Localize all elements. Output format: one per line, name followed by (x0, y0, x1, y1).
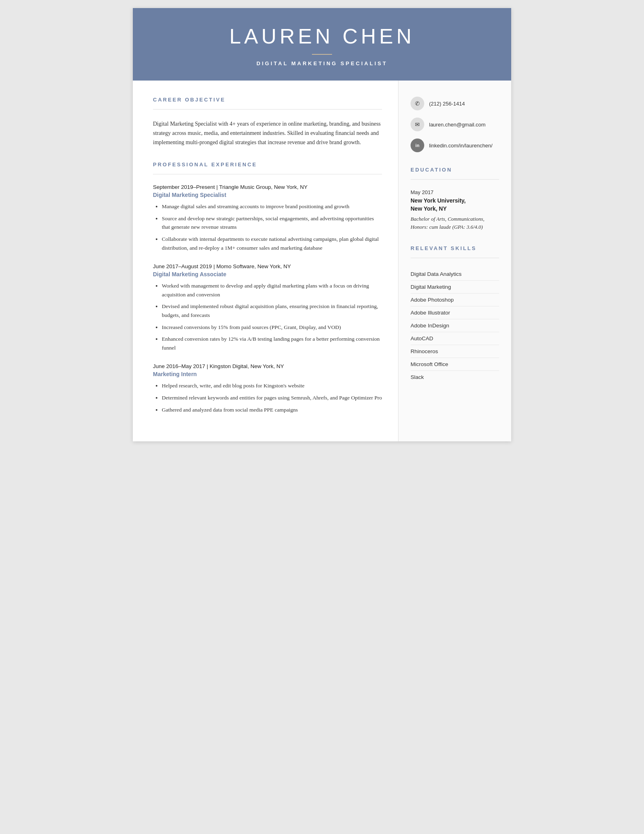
job-bullet: Worked with management to develop and ap… (162, 281, 382, 299)
contact-email: ✉ lauren.chen@gmail.com (411, 118, 499, 131)
job-entry-2: June 2017–August 2019 | Momo Software, N… (153, 263, 382, 352)
education-section: EDUCATION May 2017 New York University,N… (411, 167, 499, 231)
section-divider (411, 258, 499, 258)
resume-header: LAUREN CHEN DIGITAL MARKETING SPECIALIST (133, 8, 511, 81)
job-bullet: Collaborate with internal departments to… (162, 235, 382, 252)
skill-item: Adobe InDesign (411, 319, 499, 332)
job-bullet: Determined relevant keywords and entitie… (162, 393, 382, 402)
job-bullets-2: Worked with management to develop and ap… (153, 281, 382, 352)
edu-school: New York University,New York, NY (411, 197, 499, 213)
skill-item: Slack (411, 371, 499, 383)
contact-section: ✆ (212) 256-1414 ✉ lauren.chen@gmail.com… (411, 97, 499, 152)
career-objective-section: CAREER OBJECTIVE Digital Marketing Speci… (153, 97, 382, 147)
resume-document: LAUREN CHEN DIGITAL MARKETING SPECIALIST… (133, 8, 511, 441)
linkedin-icon: in (411, 139, 424, 152)
job-header-2: June 2017–August 2019 | Momo Software, N… (153, 263, 382, 269)
candidate-name: LAUREN CHEN (157, 24, 487, 48)
email-icon: ✉ (411, 118, 424, 131)
job-bullets-1: Manage digital sales and streaming accou… (153, 202, 382, 252)
career-objective-title: CAREER OBJECTIVE (153, 97, 382, 103)
edu-date: May 2017 (411, 189, 499, 195)
job-bullet: Increased conversions by 15% from paid s… (162, 323, 382, 332)
skill-item: Digital Marketing (411, 281, 499, 294)
section-divider (153, 174, 382, 174)
email-text: lauren.chen@gmail.com (429, 122, 485, 128)
experience-title: PROFESSIONAL EXPERIENCE (153, 161, 382, 168)
phone-icon: ✆ (411, 97, 424, 110)
job-title-2: Digital Marketing Associate (153, 271, 382, 277)
job-bullet: Source and develop new strategic partner… (162, 214, 382, 232)
job-bullets-3: Helped research, write, and edit blog po… (153, 381, 382, 414)
job-title-3: Marketing Intern (153, 371, 382, 377)
right-column: ✆ (212) 256-1414 ✉ lauren.chen@gmail.com… (398, 81, 511, 441)
career-objective-text: Digital Marketing Specialist with 4+ yea… (153, 119, 382, 147)
job-bullet: Helped research, write, and edit blog po… (162, 381, 382, 390)
education-title: EDUCATION (411, 167, 499, 173)
candidate-title: DIGITAL MARKETING SPECIALIST (157, 60, 487, 66)
section-divider (411, 179, 499, 180)
skill-item: Digital Data Analytics (411, 268, 499, 281)
phone-text: (212) 256-1414 (429, 101, 465, 107)
job-bullet: Manage digital sales and streaming accou… (162, 202, 382, 211)
skill-item: Adobe Photoshop (411, 294, 499, 306)
job-bullet: Devised and implemented robust digital a… (162, 302, 382, 319)
section-divider (153, 109, 382, 110)
job-header-1: September 2019–Present | Triangle Music … (153, 184, 382, 190)
edu-degree: Bachelor of Arts, Communications,Honors:… (411, 215, 499, 231)
skill-item: AutoCAD (411, 332, 499, 345)
skills-title: RELEVANT SKILLS (411, 245, 499, 251)
skills-section: RELEVANT SKILLS Digital Data Analytics D… (411, 245, 499, 383)
resume-body: CAREER OBJECTIVE Digital Marketing Speci… (133, 81, 511, 441)
header-divider (312, 54, 332, 55)
job-entry-1: September 2019–Present | Triangle Music … (153, 184, 382, 252)
job-entry-3: June 2016–May 2017 | Kingston Digital, N… (153, 363, 382, 414)
contact-phone: ✆ (212) 256-1414 (411, 97, 499, 110)
contact-linkedin: in linkedin.com/in/laurenchen/ (411, 139, 499, 152)
skill-item: Adobe Illustrator (411, 306, 499, 319)
skill-item: Rhinoceros (411, 345, 499, 358)
skill-item: Microsoft Office (411, 358, 499, 371)
left-column: CAREER OBJECTIVE Digital Marketing Speci… (133, 81, 398, 441)
job-bullet: Enhanced conversion rates by 12% via A/B… (162, 335, 382, 352)
job-title-1: Digital Marketing Specialist (153, 192, 382, 198)
job-bullet: Gathered and analyzed data from social m… (162, 406, 382, 414)
experience-section: PROFESSIONAL EXPERIENCE September 2019–P… (153, 161, 382, 414)
linkedin-text: linkedin.com/in/laurenchen/ (429, 143, 493, 149)
job-header-3: June 2016–May 2017 | Kingston Digital, N… (153, 363, 382, 369)
